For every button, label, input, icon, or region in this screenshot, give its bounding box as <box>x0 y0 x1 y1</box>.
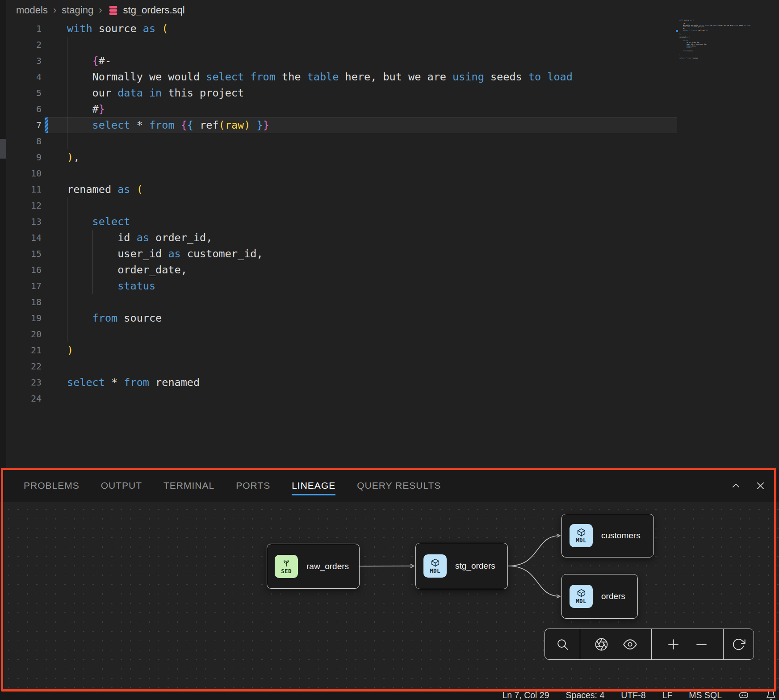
line-number: 5 <box>6 85 42 101</box>
code-line[interactable]: 15 user_id as customer_id, <box>6 246 677 262</box>
code-line[interactable]: 3 {#- <box>6 53 677 69</box>
node-badge: MDL <box>430 567 440 574</box>
line-number: 11 <box>6 181 42 197</box>
line-number: 1 <box>6 21 42 37</box>
breadcrumb-item-models[interactable]: models <box>16 4 48 16</box>
left-strip <box>0 0 6 468</box>
status-items: Ln 7, Col 29Spaces: 4UTF-8LFMS SQL <box>502 690 722 700</box>
zoom-controls <box>652 629 724 659</box>
code-line[interactable]: 24 <box>6 390 677 407</box>
status-item-ln-7-col-29[interactable]: Ln 7, Col 29 <box>502 690 549 700</box>
status-item-spaces-4[interactable]: Spaces: 4 <box>566 690 605 700</box>
line-number: 23 <box>6 374 42 390</box>
panel-tab-bar: PROBLEMSOUTPUTTERMINALPORTSLINEAGEQUERY … <box>0 469 779 502</box>
code-line[interactable]: 22 <box>6 358 677 374</box>
bell-icon[interactable] <box>766 690 776 700</box>
code-text: ) <box>67 342 73 358</box>
code-text: order_date, <box>67 262 187 278</box>
lineage-node-raw_orders[interactable]: SEDraw_orders <box>267 544 360 589</box>
code-text: id as order_id, <box>67 230 212 246</box>
search-button[interactable] <box>545 629 580 659</box>
code-line[interactable]: 12 <box>6 197 677 214</box>
cube-icon <box>431 558 440 567</box>
code-line[interactable]: 6 #} <box>6 101 677 117</box>
editor-pane: models › staging › stg_orders.sql 1with … <box>6 0 779 468</box>
chevron-right-icon: › <box>98 4 103 16</box>
breadcrumb-item-staging[interactable]: staging <box>62 4 93 16</box>
line-number: 3 <box>6 53 42 69</box>
code-text: select * from {{ ref(raw) }} <box>67 117 269 133</box>
code-line[interactable]: 10 <box>6 165 677 181</box>
code-line[interactable]: 11renamed as ( <box>6 181 677 197</box>
code-line[interactable]: 17 status <box>6 278 677 294</box>
code-text: select * from renamed <box>67 374 200 390</box>
node-badge: MDL <box>576 537 586 544</box>
seedling-icon <box>282 558 291 568</box>
tab-problems[interactable]: PROBLEMS <box>24 480 80 491</box>
code-line[interactable]: 19 from source <box>6 310 677 326</box>
search-icon <box>556 637 570 651</box>
node-badge: MDL <box>576 598 586 604</box>
node-label: stg_orders <box>455 561 495 571</box>
chevron-right-icon: › <box>52 4 57 16</box>
tab-ports[interactable]: PORTS <box>236 480 270 491</box>
code-text: #} <box>67 101 105 117</box>
code-line[interactable]: 5 our data in this project <box>6 85 677 101</box>
tab-lineage[interactable]: LINEAGE <box>292 480 335 495</box>
line-number: 22 <box>6 358 42 374</box>
code-line[interactable]: 13 select <box>6 214 677 230</box>
code-text: user_id as customer_id, <box>67 246 263 262</box>
code-line[interactable]: 23select * from renamed <box>6 374 677 390</box>
code-line[interactable]: 21) <box>6 342 677 358</box>
code-line[interactable]: 14 id as order_id, <box>6 230 677 246</box>
line-number: 17 <box>6 278 42 294</box>
code-line[interactable]: 18 <box>6 294 677 310</box>
code-line[interactable]: 16 order_date, <box>6 262 677 278</box>
eye-icon[interactable] <box>623 637 637 651</box>
code-text: Normally we would select from the table … <box>67 69 573 85</box>
node-label: raw_orders <box>306 562 349 571</box>
tab-terminal[interactable]: TERMINAL <box>163 480 214 491</box>
lineage-node-stg_orders[interactable]: MDLstg_orders <box>415 543 508 589</box>
code-line[interactable]: 8 <box>6 133 677 149</box>
node-label: orders <box>601 591 625 601</box>
cube-icon: MDL <box>570 524 593 547</box>
code-line[interactable]: 2 <box>6 37 677 53</box>
line-number: 10 <box>6 165 42 181</box>
code-line[interactable]: 1with source as ( <box>6 21 677 37</box>
status-item-lf[interactable]: LF <box>662 690 673 700</box>
line-number: 13 <box>6 214 42 230</box>
lineage-node-customers[interactable]: MDLcustomers <box>561 514 654 557</box>
copilot-icon[interactable] <box>738 690 749 700</box>
lineage-canvas[interactable] <box>0 502 779 690</box>
tab-output[interactable]: OUTPUT <box>101 480 142 491</box>
tab-query-results[interactable]: QUERY RESULTS <box>357 480 441 491</box>
code-text: select <box>67 214 130 230</box>
line-number: 6 <box>6 101 42 117</box>
refresh-button[interactable] <box>724 629 753 659</box>
database-icon <box>108 5 119 16</box>
status-item-utf-8[interactable]: UTF-8 <box>621 690 645 700</box>
code-lines[interactable]: 1with source as (23 {#-4 Normally we wou… <box>6 21 677 407</box>
close-icon[interactable] <box>755 481 766 491</box>
cube-icon <box>577 528 586 537</box>
minus-icon[interactable] <box>695 637 708 651</box>
aperture-icon[interactable] <box>595 637 608 651</box>
minimap[interactable]: with source as ( {#- Normally we would s… <box>675 16 779 79</box>
lineage-node-orders[interactable]: MDLorders <box>561 574 638 619</box>
code-line[interactable]: 7 select * from {{ ref(raw) }} <box>6 117 677 133</box>
breadcrumb-file[interactable]: stg_orders.sql <box>123 4 185 16</box>
plus-icon[interactable] <box>666 637 680 651</box>
code-line[interactable]: 9), <box>6 149 677 165</box>
refresh-icon <box>732 637 745 651</box>
tabs: PROBLEMSOUTPUTTERMINALPORTSLINEAGEQUERY … <box>24 480 441 491</box>
scrollbar-handle[interactable] <box>0 139 6 159</box>
status-item-ms-sql[interactable]: MS SQL <box>689 690 722 700</box>
code-line[interactable]: 4 Normally we would select from the tabl… <box>6 69 677 85</box>
minimap-code: with source as ( {#- Normally we would s… <box>679 20 750 61</box>
chevron-up-icon[interactable] <box>731 481 741 491</box>
line-number: 15 <box>6 246 42 262</box>
code-line[interactable]: 20 <box>6 326 677 342</box>
line-number: 18 <box>6 294 42 310</box>
line-number: 9 <box>6 149 42 165</box>
